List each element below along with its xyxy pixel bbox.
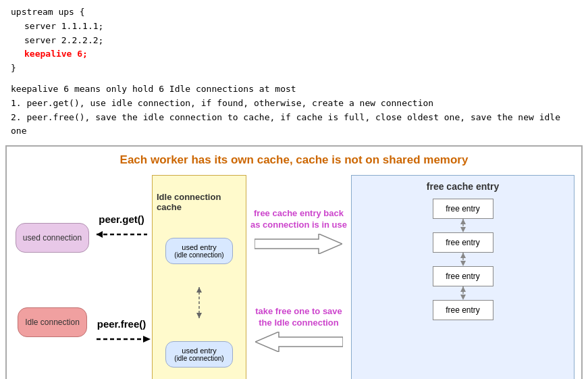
peer-free-arrow — [93, 332, 151, 346]
svg-marker-17 — [460, 295, 466, 300]
cache-entry-top: used entry (idle connection) — [165, 238, 233, 264]
used-connection-box: used connection — [16, 223, 89, 253]
free-cache-label: free cache entry backas connection is in… — [250, 208, 347, 231]
svg-marker-6 — [196, 313, 202, 318]
peer-free-label: peer.free() — [97, 318, 146, 330]
free-cache-title: free cache entry — [427, 181, 499, 192]
code-block: upstream ups { server 1.1.1.1; server 2.… — [0, 0, 588, 81]
free-entry-2: free entry — [433, 232, 493, 253]
desc-line-3: 2. peer.free(), save the idle connection… — [11, 111, 577, 139]
diagram-title: Each worker has its own cache, cache is … — [14, 153, 574, 167]
free-vert-2 — [456, 253, 470, 266]
svg-marker-11 — [460, 227, 466, 232]
peer-free-section: peer.free() — [93, 318, 151, 346]
free-entry-3: free entry — [433, 266, 493, 286]
code-line-3: server 2.2.2.2; — [24, 34, 577, 48]
peer-get-section: peer.get() — [93, 213, 151, 241]
free-cache-column: free cache entry free entry free entry f… — [351, 175, 574, 379]
cache-vert-arrow — [192, 286, 206, 320]
svg-marker-14 — [460, 261, 466, 266]
code-line-1: upstream ups { — [11, 5, 577, 20]
code-line-2: server 1.1.1.1; — [24, 20, 577, 34]
peer-get-label: peer.get() — [99, 213, 144, 225]
svg-marker-5 — [196, 287, 202, 293]
cache-column: Idle connection cache used entry (idle c… — [152, 175, 246, 379]
desc-line-1: keepalive 6 means only hold 6 Idle conne… — [11, 82, 577, 97]
free-entry-4: free entry — [433, 300, 493, 320]
take-free-section: take free one to savethe Idle connection — [255, 306, 343, 352]
svg-marker-7 — [255, 234, 342, 254]
right-hollow-arrow — [255, 234, 342, 254]
cache-column-title: Idle connection cache — [157, 192, 242, 212]
svg-marker-13 — [460, 253, 466, 258]
cache-entry-bottom: used entry (idle connection) — [165, 341, 233, 368]
diagram-body: used connection Idle connection peer.get… — [14, 175, 574, 379]
take-free-label: take free one to savethe Idle connection — [255, 306, 342, 329]
description-block: keepalive 6 means only hold 6 Idle conne… — [0, 81, 588, 143]
free-vert-3 — [456, 286, 470, 300]
middle-column: free cache entry backas connection is in… — [246, 175, 351, 379]
svg-marker-3 — [143, 336, 151, 343]
free-cache-section: free cache entry backas connection is in… — [250, 208, 347, 254]
code-line-5: } — [11, 61, 577, 76]
idle-connection-box: Idle connection — [18, 307, 87, 337]
free-entry-1: free entry — [433, 199, 493, 219]
svg-marker-16 — [460, 286, 466, 292]
svg-marker-8 — [255, 332, 343, 352]
free-vert-1 — [456, 219, 470, 232]
svg-marker-10 — [460, 219, 466, 224]
diagram-container: Each worker has its own cache, cache is … — [5, 145, 583, 379]
arrows-column: peer.get() peer.free() — [91, 175, 152, 379]
left-hollow-arrow — [255, 332, 343, 352]
desc-line-2: 1. peer.get(), use idle connection, if f… — [11, 97, 577, 111]
code-line-4: keepalive 6; — [24, 47, 577, 61]
peer-get-arrow — [93, 228, 151, 241]
left-column: used connection Idle connection — [14, 175, 91, 379]
svg-marker-1 — [97, 231, 103, 238]
